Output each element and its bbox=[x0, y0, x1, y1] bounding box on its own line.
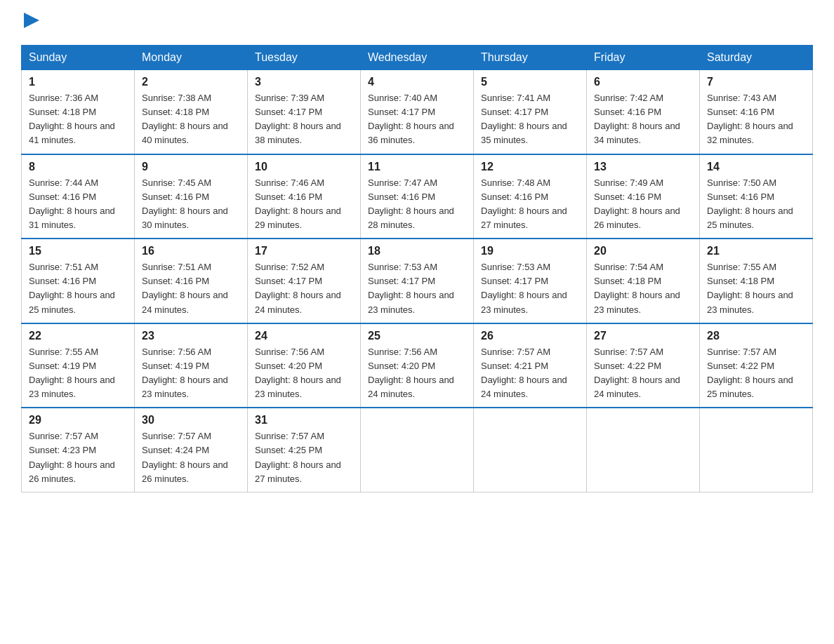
calendar-cell: 11Sunrise: 7:47 AMSunset: 4:16 PMDayligh… bbox=[361, 154, 474, 239]
day-info: Sunrise: 7:57 AMSunset: 4:23 PMDaylight:… bbox=[29, 429, 127, 486]
calendar-cell: 21Sunrise: 7:55 AMSunset: 4:18 PMDayligh… bbox=[700, 239, 813, 323]
day-number: 5 bbox=[481, 76, 579, 88]
calendar-cell: 17Sunrise: 7:52 AMSunset: 4:17 PMDayligh… bbox=[248, 239, 361, 323]
day-info: Sunrise: 7:53 AMSunset: 4:17 PMDaylight:… bbox=[368, 260, 466, 317]
calendar-week-row: 8Sunrise: 7:44 AMSunset: 4:16 PMDaylight… bbox=[22, 154, 813, 239]
calendar-cell bbox=[587, 408, 700, 492]
calendar-cell: 25Sunrise: 7:56 AMSunset: 4:20 PMDayligh… bbox=[361, 323, 474, 408]
calendar-week-row: 15Sunrise: 7:51 AMSunset: 4:16 PMDayligh… bbox=[22, 239, 813, 323]
day-info: Sunrise: 7:41 AMSunset: 4:17 PMDaylight:… bbox=[481, 91, 579, 148]
day-info: Sunrise: 7:46 AMSunset: 4:16 PMDaylight:… bbox=[255, 176, 353, 233]
calendar-cell: 14Sunrise: 7:50 AMSunset: 4:16 PMDayligh… bbox=[700, 154, 813, 239]
day-info: Sunrise: 7:57 AMSunset: 4:24 PMDaylight:… bbox=[142, 429, 240, 486]
day-number: 10 bbox=[255, 161, 353, 173]
calendar-table: SundayMondayTuesdayWednesdayThursdayFrid… bbox=[21, 45, 813, 492]
column-header-friday: Friday bbox=[587, 46, 700, 70]
calendar-cell: 15Sunrise: 7:51 AMSunset: 4:16 PMDayligh… bbox=[22, 239, 135, 323]
svg-marker-0 bbox=[24, 13, 39, 28]
calendar-week-row: 29Sunrise: 7:57 AMSunset: 4:23 PMDayligh… bbox=[22, 408, 813, 492]
day-number: 6 bbox=[594, 76, 692, 88]
day-info: Sunrise: 7:57 AMSunset: 4:25 PMDaylight:… bbox=[255, 429, 353, 486]
day-info: Sunrise: 7:51 AMSunset: 4:16 PMDaylight:… bbox=[142, 260, 240, 317]
column-header-tuesday: Tuesday bbox=[248, 46, 361, 70]
day-number: 31 bbox=[255, 414, 353, 427]
day-number: 24 bbox=[255, 330, 353, 342]
calendar-cell: 2Sunrise: 7:38 AMSunset: 4:18 PMDaylight… bbox=[135, 70, 248, 154]
calendar-cell: 8Sunrise: 7:44 AMSunset: 4:16 PMDaylight… bbox=[22, 154, 135, 239]
calendar-cell: 23Sunrise: 7:56 AMSunset: 4:19 PMDayligh… bbox=[135, 323, 248, 408]
day-info: Sunrise: 7:47 AMSunset: 4:16 PMDaylight:… bbox=[368, 176, 466, 233]
calendar-cell: 6Sunrise: 7:42 AMSunset: 4:16 PMDaylight… bbox=[587, 70, 700, 154]
day-number: 29 bbox=[29, 414, 127, 427]
calendar-week-row: 22Sunrise: 7:55 AMSunset: 4:19 PMDayligh… bbox=[22, 323, 813, 408]
calendar-cell: 27Sunrise: 7:57 AMSunset: 4:22 PMDayligh… bbox=[587, 323, 700, 408]
day-info: Sunrise: 7:48 AMSunset: 4:16 PMDaylight:… bbox=[481, 176, 579, 233]
day-number: 15 bbox=[29, 245, 127, 257]
day-number: 1 bbox=[29, 76, 127, 88]
day-info: Sunrise: 7:57 AMSunset: 4:22 PMDaylight:… bbox=[707, 345, 805, 402]
day-number: 20 bbox=[594, 245, 692, 257]
day-info: Sunrise: 7:39 AMSunset: 4:17 PMDaylight:… bbox=[255, 91, 353, 148]
column-header-sunday: Sunday bbox=[22, 46, 135, 70]
day-number: 7 bbox=[707, 76, 805, 88]
day-info: Sunrise: 7:40 AMSunset: 4:17 PMDaylight:… bbox=[368, 91, 466, 148]
day-info: Sunrise: 7:56 AMSunset: 4:20 PMDaylight:… bbox=[368, 345, 466, 402]
day-number: 3 bbox=[255, 76, 353, 88]
day-number: 2 bbox=[142, 76, 240, 88]
day-info: Sunrise: 7:55 AMSunset: 4:18 PMDaylight:… bbox=[707, 260, 805, 317]
column-header-wednesday: Wednesday bbox=[361, 46, 474, 70]
calendar-cell: 28Sunrise: 7:57 AMSunset: 4:22 PMDayligh… bbox=[700, 323, 813, 408]
calendar-cell: 22Sunrise: 7:55 AMSunset: 4:19 PMDayligh… bbox=[22, 323, 135, 408]
day-info: Sunrise: 7:51 AMSunset: 4:16 PMDaylight:… bbox=[29, 260, 127, 317]
day-info: Sunrise: 7:38 AMSunset: 4:18 PMDaylight:… bbox=[142, 91, 240, 148]
calendar-cell: 12Sunrise: 7:48 AMSunset: 4:16 PMDayligh… bbox=[474, 154, 587, 239]
day-number: 21 bbox=[707, 245, 805, 257]
calendar-cell: 29Sunrise: 7:57 AMSunset: 4:23 PMDayligh… bbox=[22, 408, 135, 492]
calendar-cell: 10Sunrise: 7:46 AMSunset: 4:16 PMDayligh… bbox=[248, 154, 361, 239]
day-number: 22 bbox=[29, 330, 127, 342]
day-number: 30 bbox=[142, 414, 240, 427]
day-number: 28 bbox=[707, 330, 805, 342]
day-number: 9 bbox=[142, 161, 240, 173]
day-info: Sunrise: 7:45 AMSunset: 4:16 PMDaylight:… bbox=[142, 176, 240, 233]
logo bbox=[21, 14, 39, 32]
calendar-cell bbox=[361, 408, 474, 492]
calendar-cell: 20Sunrise: 7:54 AMSunset: 4:18 PMDayligh… bbox=[587, 239, 700, 323]
calendar-cell: 4Sunrise: 7:40 AMSunset: 4:17 PMDaylight… bbox=[361, 70, 474, 154]
day-info: Sunrise: 7:36 AMSunset: 4:18 PMDaylight:… bbox=[29, 91, 127, 148]
calendar-header-row: SundayMondayTuesdayWednesdayThursdayFrid… bbox=[22, 46, 813, 70]
calendar-cell: 18Sunrise: 7:53 AMSunset: 4:17 PMDayligh… bbox=[361, 239, 474, 323]
logo-arrow-icon bbox=[24, 13, 39, 28]
day-number: 23 bbox=[142, 330, 240, 342]
day-number: 14 bbox=[707, 161, 805, 173]
day-number: 17 bbox=[255, 245, 353, 257]
day-info: Sunrise: 7:54 AMSunset: 4:18 PMDaylight:… bbox=[594, 260, 692, 317]
column-header-saturday: Saturday bbox=[700, 46, 813, 70]
calendar-cell bbox=[474, 408, 587, 492]
calendar-week-row: 1Sunrise: 7:36 AMSunset: 4:18 PMDaylight… bbox=[22, 70, 813, 154]
calendar-cell: 30Sunrise: 7:57 AMSunset: 4:24 PMDayligh… bbox=[135, 408, 248, 492]
calendar-cell: 24Sunrise: 7:56 AMSunset: 4:20 PMDayligh… bbox=[248, 323, 361, 408]
day-info: Sunrise: 7:42 AMSunset: 4:16 PMDaylight:… bbox=[594, 91, 692, 148]
day-number: 4 bbox=[368, 76, 466, 88]
day-number: 26 bbox=[481, 330, 579, 342]
day-info: Sunrise: 7:53 AMSunset: 4:17 PMDaylight:… bbox=[481, 260, 579, 317]
day-info: Sunrise: 7:49 AMSunset: 4:16 PMDaylight:… bbox=[594, 176, 692, 233]
column-header-monday: Monday bbox=[135, 46, 248, 70]
calendar-cell: 19Sunrise: 7:53 AMSunset: 4:17 PMDayligh… bbox=[474, 239, 587, 323]
day-number: 8 bbox=[29, 161, 127, 173]
day-info: Sunrise: 7:56 AMSunset: 4:20 PMDaylight:… bbox=[255, 345, 353, 402]
calendar-cell: 3Sunrise: 7:39 AMSunset: 4:17 PMDaylight… bbox=[248, 70, 361, 154]
day-number: 11 bbox=[368, 161, 466, 173]
page-header bbox=[21, 14, 813, 32]
day-info: Sunrise: 7:43 AMSunset: 4:16 PMDaylight:… bbox=[707, 91, 805, 148]
column-header-thursday: Thursday bbox=[474, 46, 587, 70]
calendar-cell: 5Sunrise: 7:41 AMSunset: 4:17 PMDaylight… bbox=[474, 70, 587, 154]
day-number: 12 bbox=[481, 161, 579, 173]
day-number: 13 bbox=[594, 161, 692, 173]
day-info: Sunrise: 7:50 AMSunset: 4:16 PMDaylight:… bbox=[707, 176, 805, 233]
calendar-cell: 26Sunrise: 7:57 AMSunset: 4:21 PMDayligh… bbox=[474, 323, 587, 408]
calendar-cell bbox=[700, 408, 813, 492]
day-number: 16 bbox=[142, 245, 240, 257]
calendar-cell: 1Sunrise: 7:36 AMSunset: 4:18 PMDaylight… bbox=[22, 70, 135, 154]
